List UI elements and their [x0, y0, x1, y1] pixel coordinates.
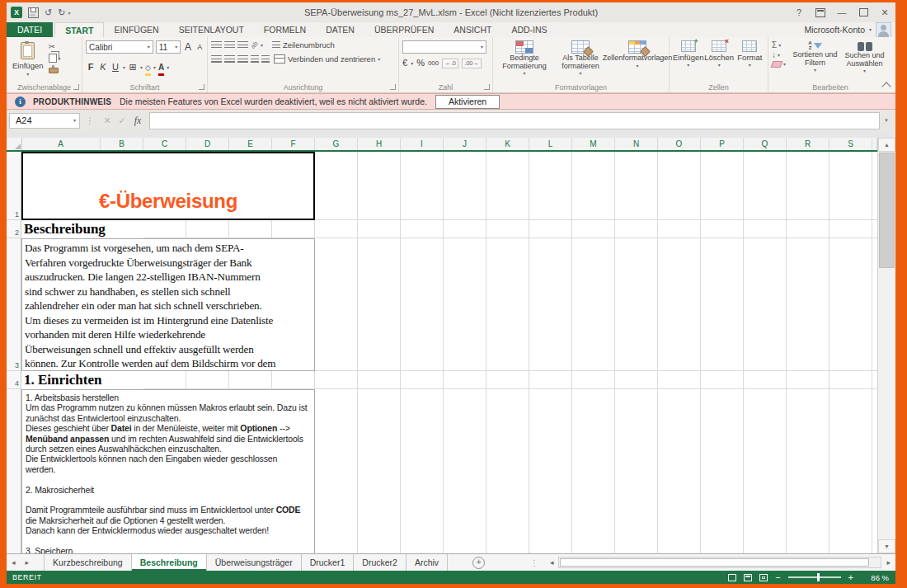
- bold-button[interactable]: F: [86, 63, 96, 72]
- comma-style-button[interactable]: 000: [428, 60, 439, 67]
- vertical-scroll-thumb[interactable]: [879, 153, 895, 268]
- column-header-N[interactable]: N: [615, 138, 658, 150]
- shrink-font-button[interactable]: A: [195, 44, 204, 51]
- cell-heading-beschreibung[interactable]: Beschreibung: [21, 220, 143, 238]
- ribbon-display-options-icon[interactable]: [810, 4, 831, 21]
- dialog-launcher-icon[interactable]: [484, 84, 490, 90]
- borders-button[interactable]: ⊞: [128, 63, 138, 72]
- format-painter-button[interactable]: [49, 65, 61, 73]
- new-sheet-icon[interactable]: +: [472, 557, 485, 569]
- cell-heading-einrichten[interactable]: 1. Einrichten: [21, 371, 143, 389]
- wrap-text-button[interactable]: Zeilenumbruch: [272, 40, 335, 49]
- column-header-A[interactable]: A: [21, 138, 101, 150]
- fill-button[interactable]: ↓▾: [772, 51, 786, 59]
- cancel-entry-icon[interactable]: ✕: [100, 115, 115, 126]
- sheet-nav-right-icon[interactable]: ▸: [21, 554, 35, 571]
- sheet-tab-überweisungsträger[interactable]: Überweisungsträger: [207, 554, 302, 571]
- ribbon-tab-überprüfen[interactable]: ÜBERPRÜFEN: [364, 22, 444, 37]
- maximize-icon[interactable]: [853, 4, 874, 21]
- column-header-J[interactable]: J: [444, 138, 486, 150]
- scroll-down-icon[interactable]: ▼: [878, 539, 895, 553]
- formula-input[interactable]: [149, 112, 880, 129]
- row-header-1[interactable]: 1: [7, 152, 21, 220]
- hscroll-right-icon[interactable]: ▸: [881, 554, 895, 571]
- conditional-formatting-button[interactable]: Bedingte Formatierung ▾: [496, 40, 552, 82]
- zoom-slider-thumb[interactable]: [817, 573, 820, 581]
- increase-indent-icon[interactable]: [261, 55, 270, 63]
- sheet-nav-left-icon[interactable]: ◂: [7, 554, 21, 571]
- font-name-combobox[interactable]: Calibri▾: [86, 40, 153, 54]
- align-bottom-icon[interactable]: [237, 41, 248, 49]
- hscroll-left-icon[interactable]: ◂: [545, 554, 559, 571]
- row-header-2[interactable]: 2: [7, 220, 21, 238]
- column-header-E[interactable]: E: [229, 138, 272, 150]
- number-format-combobox[interactable]: ▾: [402, 40, 486, 54]
- column-header-C[interactable]: C: [143, 138, 186, 150]
- underline-button[interactable]: U: [110, 63, 120, 72]
- avatar[interactable]: [876, 22, 891, 38]
- ribbon-tab-start[interactable]: START: [54, 22, 104, 37]
- column-header-K[interactable]: K: [486, 138, 529, 150]
- confirm-entry-icon[interactable]: ✓: [115, 115, 129, 126]
- delete-cells-button[interactable]: × Löschen ▾: [704, 40, 735, 82]
- column-header-P[interactable]: P: [701, 138, 744, 150]
- row-header-3[interactable]: 3: [7, 238, 21, 371]
- description-text-cell[interactable]: Das Programm ist vorgesehen, um nach dem…: [21, 238, 315, 371]
- minimize-icon[interactable]: —: [831, 4, 853, 21]
- sheet-tab-kurzbeschreibung[interactable]: Kurzbeschreibung: [44, 554, 132, 571]
- qat-customize-icon[interactable]: ▾: [68, 10, 70, 16]
- scroll-up-icon[interactable]: ▲: [878, 138, 895, 152]
- ribbon-tab-einfügen[interactable]: EINFÜGEN: [104, 22, 168, 37]
- vertical-scrollbar[interactable]: ▲ ▼: [877, 138, 895, 553]
- column-header-F[interactable]: F: [272, 138, 315, 150]
- accounting-format-button[interactable]: €: [402, 59, 407, 68]
- column-header-L[interactable]: L: [529, 138, 572, 150]
- excel-logo-icon[interactable]: X: [11, 7, 22, 18]
- autosum-button[interactable]: Σ▾: [772, 41, 786, 49]
- ribbon-tab-daten[interactable]: DATEN: [316, 22, 364, 37]
- italic-button[interactable]: K: [98, 63, 108, 72]
- sheet-grid[interactable]: €-Überweisung Beschreibung Das Programm …: [7, 138, 895, 553]
- sheet-tab-beschreibung[interactable]: Beschreibung: [132, 554, 207, 571]
- ribbon-tab-ansicht[interactable]: ANSICHT: [444, 22, 501, 37]
- sheet-tab-drucker2[interactable]: Drucker2: [354, 554, 407, 571]
- ribbon-tab-add-ins[interactable]: ADD-INS: [501, 22, 557, 37]
- expand-formula-bar-icon[interactable]: ▾: [880, 117, 893, 124]
- align-center-icon[interactable]: [224, 55, 235, 63]
- percent-style-button[interactable]: %: [416, 59, 425, 68]
- column-header-G[interactable]: G: [315, 138, 358, 150]
- redo-icon[interactable]: ↻: [58, 8, 65, 17]
- merged-title-cell[interactable]: €-Überweisung: [21, 152, 315, 220]
- row-header-4[interactable]: 4: [7, 371, 21, 389]
- page-break-view-icon[interactable]: [759, 574, 768, 581]
- decrease-decimal-icon[interactable]: .00→: [462, 59, 482, 68]
- horizontal-scrollbar[interactable]: [558, 557, 881, 568]
- format-cells-button[interactable]: Format ▾: [735, 40, 765, 82]
- decrease-indent-icon[interactable]: [251, 55, 259, 63]
- instructions-text-cell[interactable]: 1. Arbeitsbasis herstellenUm das Program…: [21, 389, 315, 553]
- column-header-I[interactable]: I: [401, 138, 444, 150]
- dialog-launcher-icon[interactable]: [390, 84, 396, 90]
- find-select-button[interactable]: Suchen und Auswählen ▾: [839, 40, 890, 82]
- cut-button[interactable]: ✂: [49, 43, 61, 51]
- ribbon-tab-seitenlayout[interactable]: SEITENLAYOUT: [169, 22, 254, 37]
- align-top-icon[interactable]: [211, 41, 222, 49]
- align-middle-icon[interactable]: [224, 41, 235, 49]
- column-header-H[interactable]: H: [358, 138, 401, 150]
- ribbon-tab-formeln[interactable]: FORMELN: [254, 22, 316, 37]
- dialog-launcher-icon[interactable]: [73, 84, 79, 90]
- zoom-slider[interactable]: [788, 576, 841, 578]
- name-box[interactable]: A24 ▾: [9, 113, 80, 129]
- grow-font-button[interactable]: A: [183, 42, 192, 52]
- fill-color-button[interactable]: ◇: [145, 59, 151, 76]
- column-header-M[interactable]: M: [572, 138, 615, 150]
- close-icon[interactable]: ×: [874, 4, 895, 21]
- column-header-B[interactable]: B: [101, 138, 143, 150]
- insert-function-icon[interactable]: fx: [129, 115, 146, 127]
- save-icon[interactable]: [28, 7, 39, 18]
- orientation-icon[interactable]: ab: [249, 40, 260, 50]
- column-header-O[interactable]: O: [658, 138, 701, 150]
- font-size-combobox[interactable]: 11▾: [156, 40, 181, 54]
- select-all-corner[interactable]: [7, 138, 22, 150]
- sheet-tab-drucker1[interactable]: Drucker1: [302, 554, 355, 571]
